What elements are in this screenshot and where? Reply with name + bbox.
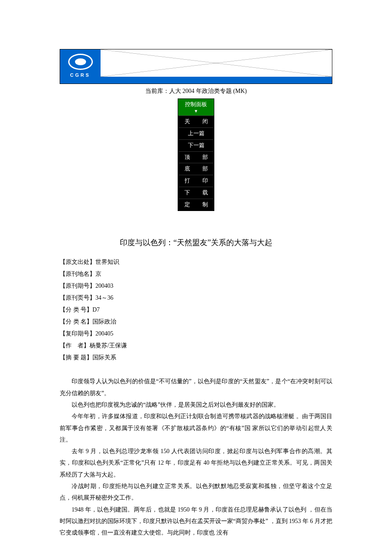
meta-value: 200403 bbox=[95, 283, 113, 289]
meta-value: D7 bbox=[92, 306, 100, 313]
body-paragraph: 冷战时期，印度拒绝与以色列建立正常关系。以色列默默地忍受寂寞和孤独，但坚守着这个… bbox=[60, 480, 332, 504]
article-meta: 【原文出处】世界知识【原刊地名】京【原刊期号】200403【原刊页号】34～36… bbox=[60, 256, 332, 364]
chevron-down-icon: ▼ bbox=[178, 109, 214, 115]
meta-label: 【分 类 名】 bbox=[60, 318, 92, 325]
meta-row: 【原刊页号】34～36 bbox=[60, 292, 332, 304]
meta-label: 【复印期号】 bbox=[60, 330, 95, 337]
meta-label: 【摘 要 题】 bbox=[60, 354, 92, 361]
meta-value: 京 bbox=[95, 271, 101, 277]
meta-row: 【原刊期号】200403 bbox=[60, 280, 332, 292]
meta-row: 【分 类 号】D7 bbox=[60, 304, 332, 316]
meta-row: 【作 者】杨曼苏/王保谦 bbox=[60, 340, 332, 352]
meta-value: 34～36 bbox=[95, 295, 113, 301]
article-body: 印度领导人认为以色列的价值是“不可估量的”，以色列是印度的“天然盟友”，是个“在… bbox=[60, 376, 332, 538]
control-panel-title: 控制面板 bbox=[178, 100, 214, 109]
control-go-bottom[interactable]: 底 部 bbox=[178, 163, 214, 175]
logo-eye-icon: 天宇 bbox=[68, 54, 93, 70]
body-paragraph: 以色列也把印度视为忠诚的“战略”伙伴，是居美国之后对以色列最友好的国家。 bbox=[60, 399, 332, 410]
control-download[interactable]: 下 载 bbox=[178, 187, 214, 199]
meta-value: 杨曼苏/王保谦 bbox=[89, 342, 127, 349]
header-bar: 天宇 CGRS bbox=[60, 49, 332, 84]
article: 印度与以色列：“天然盟友”关系的大落与大起 【原文出处】世界知识【原刊地名】京【… bbox=[60, 237, 332, 539]
meta-row: 【原刊地名】京 bbox=[60, 268, 332, 280]
control-next-article[interactable]: 下一篇 bbox=[178, 139, 214, 151]
meta-value: 200405 bbox=[95, 330, 113, 337]
meta-label: 【原刊期号】 bbox=[60, 283, 95, 289]
meta-row: 【分 类 名】国际政治 bbox=[60, 316, 332, 328]
meta-label: 【作 者】 bbox=[60, 342, 89, 349]
logo: 天宇 CGRS bbox=[60, 49, 101, 84]
body-paragraph: 1948 年，以色列建国。两年后，也就是 1950 年 9 月，印度首任总理尼赫… bbox=[60, 504, 332, 539]
meta-row: 【原文出处】世界知识 bbox=[60, 256, 332, 268]
meta-label: 【原刊地名】 bbox=[60, 271, 95, 277]
control-prev-article[interactable]: 上一篇 bbox=[178, 127, 214, 139]
logo-text-en: CGRS bbox=[70, 72, 91, 79]
control-print[interactable]: 打 印 bbox=[178, 175, 214, 187]
body-paragraph: 去年 9 月，以色列总理沙龙率领 150 人代表团访问印度，掀起印度与以色列军事… bbox=[60, 445, 332, 480]
meta-row: 【复印期号】200405 bbox=[60, 328, 332, 340]
meta-row: 【摘 要 题】国际关系 bbox=[60, 352, 332, 364]
control-close[interactable]: 关 闭 bbox=[178, 116, 214, 127]
banner-placeholder bbox=[101, 49, 332, 84]
body-paragraph: 印度领导人认为以色列的价值是“不可估量的”，以色列是印度的“天然盟友”，是个“在… bbox=[60, 376, 332, 399]
article-title: 印度与以色列：“天然盟友”关系的大落与大起 bbox=[60, 237, 332, 249]
meta-label: 【分 类 号】 bbox=[60, 306, 92, 313]
control-panel: 控制面板 ▼ 关 闭上一篇下一篇顶 部底 部打 印下 载定 制 bbox=[178, 98, 214, 211]
control-panel-header: 控制面板 ▼ bbox=[178, 99, 214, 116]
meta-value: 国际关系 bbox=[92, 354, 116, 361]
body-paragraph: 今年年初，许多媒体报道，印度和以色列正计划联合制造可携带核武器的战略核潜艇 。由… bbox=[60, 410, 332, 445]
control-customize[interactable]: 定 制 bbox=[178, 199, 214, 211]
control-go-top[interactable]: 顶 部 bbox=[178, 151, 214, 163]
meta-value: 国际政治 bbox=[92, 318, 116, 325]
current-database-label: 当前库：人大 2004 年政治类专题 (MK) bbox=[60, 87, 332, 96]
meta-value: 世界知识 bbox=[95, 259, 119, 265]
meta-label: 【原文出处】 bbox=[60, 259, 95, 265]
meta-label: 【原刊页号】 bbox=[60, 295, 95, 301]
